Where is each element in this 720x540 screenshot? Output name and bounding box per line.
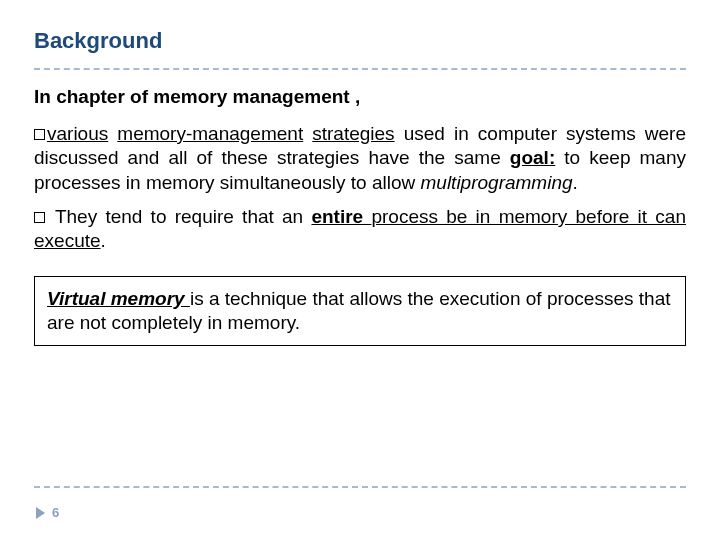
divider-top — [34, 68, 686, 70]
page-number: 6 — [52, 505, 59, 520]
text-strategies: strategies — [312, 123, 394, 144]
text-p2-c: . — [101, 230, 106, 251]
text-multiprogramming: multiprogramming — [421, 172, 573, 193]
bullet-icon — [34, 212, 45, 223]
slide-title: Background — [34, 28, 686, 54]
body-text: various memory-management strategies use… — [34, 122, 686, 346]
subheading: In chapter of memory management , — [34, 86, 686, 108]
text-p2-a: They tend to require that an — [55, 206, 312, 227]
bullet-icon — [34, 129, 45, 140]
text-goal: goal: — [510, 147, 555, 168]
callout-box: Virtual memory is a technique that allow… — [34, 276, 686, 347]
text-virtual-memory: Virtual memory — [47, 288, 190, 309]
text-entire: entire — [311, 206, 371, 227]
divider-bottom — [34, 486, 686, 488]
text-memory-management: memory-management — [117, 123, 303, 144]
paragraph-1: various memory-management strategies use… — [34, 122, 686, 195]
page-arrow-icon — [36, 507, 45, 519]
slide: Background In chapter of memory manageme… — [0, 0, 720, 540]
text-p1-c: . — [573, 172, 578, 193]
text-various: various — [47, 123, 108, 144]
paragraph-2: They tend to require that an entire proc… — [34, 205, 686, 254]
